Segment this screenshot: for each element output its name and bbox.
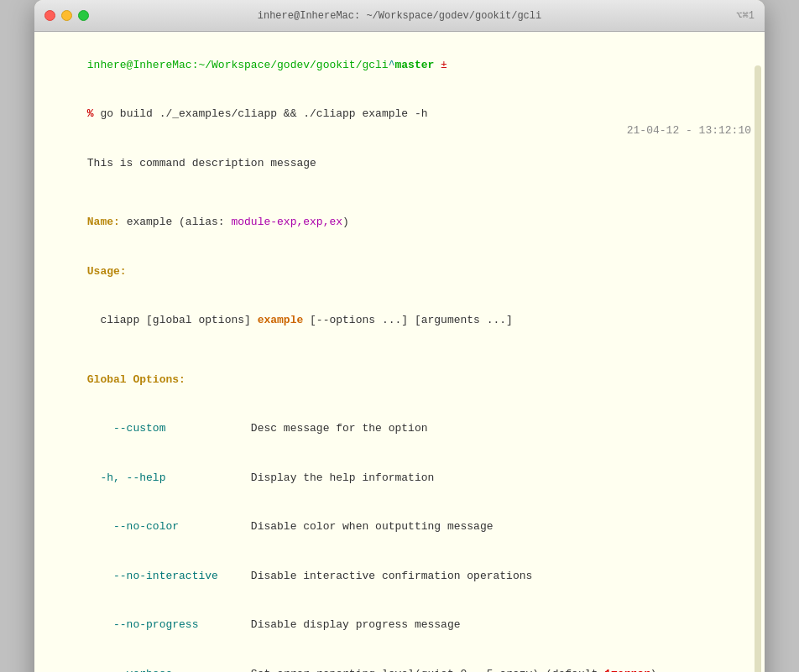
global-option-no-interactive: --no-interactive Disable interactive con… [48, 551, 751, 601]
desc-no-interactive: Disable interactive confirmation operati… [238, 570, 532, 582]
branch-name: master [394, 59, 434, 71]
flag-help: -h, --help [87, 471, 238, 484]
description-line: This is command description message [48, 138, 751, 188]
desc-verbose-pre: Set error reporting level(quiet 0 - 5 cr… [238, 668, 604, 673]
global-option-verbose: --verbose Set error reporting level(quie… [48, 649, 751, 672]
command-symbol: % [87, 107, 94, 120]
maximize-button[interactable] [78, 10, 89, 21]
prompt-user: inhere@InhereMac:~/Workspace/godev/gooki… [87, 59, 389, 71]
prompt-line: inhere@InhereMac:~/Workspace/godev/gooki… [48, 40, 751, 90]
name-alias: module-exp,exp,ex [231, 216, 342, 228]
name-label: Name: [87, 216, 120, 228]
usage-label-line: Usage: [48, 247, 751, 296]
name-close: ) [342, 216, 349, 228]
window-title: inhere@InhereMac: ~/Workspace/godev/gook… [258, 10, 541, 22]
scrollbar[interactable] [755, 65, 761, 672]
description-text: This is command description message [87, 157, 316, 169]
usage-command: example [258, 314, 304, 326]
desc-no-progress: Disable display progress message [238, 618, 460, 631]
usage-prefix: cliapp [global options] [87, 314, 258, 326]
timestamp: 21-04-12 - 13:12:10 [253, 122, 751, 139]
global-option-no-color: --no-color Disable color when outputting… [48, 503, 751, 552]
usage-value-line: cliapp [global options] example [--optio… [48, 296, 751, 346]
name-value: example (alias: [120, 216, 232, 228]
flag-custom: --custom [87, 422, 238, 435]
prompt-symbol: ± [441, 59, 447, 71]
command-line: % go build ./_examples/cliapp && ./cliap… [48, 90, 751, 139]
terminal-body: inhere@InhereMac:~/Workspace/godev/gooki… [34, 32, 765, 672]
global-options-label: Global Options: [87, 373, 185, 386]
titlebar: inhere@InhereMac: ~/Workspace/godev/gook… [34, 0, 765, 32]
flag-no-progress: --no-progress [87, 618, 238, 631]
flag-no-color: --no-color [87, 520, 238, 533]
desc-help: Display the help information [238, 471, 434, 484]
minimize-button[interactable] [61, 10, 72, 21]
close-button[interactable] [44, 10, 55, 21]
desc-custom: Desc message for the option [238, 422, 427, 435]
keyboard-shortcut: ⌥⌘1 [736, 9, 755, 22]
global-option-no-progress: --no-progress Disable display progress m… [48, 601, 751, 650]
verbose-default: 1=error [604, 668, 650, 673]
usage-label: Usage: [87, 265, 127, 278]
desc-no-color: Disable color when outputting message [238, 520, 493, 533]
terminal-window: inhere@InhereMac: ~/Workspace/godev/gook… [34, 0, 765, 672]
global-option-custom: --custom Desc message for the option [48, 404, 751, 454]
name-line: Name: example (alias: module-exp,exp,ex) [48, 198, 751, 247]
usage-suffix: [--options ...] [arguments ...] [303, 314, 513, 326]
command-text: go build ./_examples/cliapp && ./cliapp … [94, 107, 428, 120]
desc-verbose-post: ) [650, 668, 657, 673]
traffic-lights [44, 10, 89, 21]
flag-no-interactive: --no-interactive [87, 570, 238, 582]
global-options-label-line: Global Options: [48, 355, 751, 404]
global-option-help: -h, --help Display the help information [48, 453, 751, 503]
flag-verbose: --verbose [87, 668, 238, 673]
